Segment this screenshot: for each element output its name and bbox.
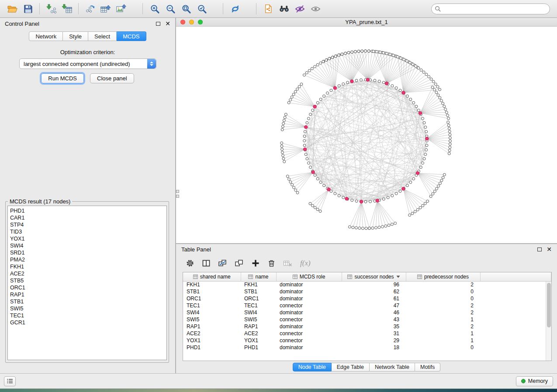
tab-mcds[interactable]: MCDS	[117, 31, 146, 41]
table-cell[interactable]: ACE2	[241, 330, 276, 337]
table-cell[interactable]: 0	[406, 295, 480, 302]
table-row[interactable]: SWI4SWI4dominator462	[183, 309, 551, 316]
table-scrollbar-thumb[interactable]	[547, 283, 551, 327]
table-cell[interactable]: 61	[342, 295, 406, 302]
table-cell[interactable]: connector	[276, 316, 342, 323]
table-cell[interactable]: 96	[342, 281, 406, 288]
open-icon[interactable]	[4, 2, 20, 16]
table-cell[interactable]	[480, 309, 551, 316]
maximize-window-icon[interactable]	[198, 20, 203, 24]
table-cell[interactable]: SWI4	[183, 309, 241, 316]
select-all-icon[interactable]	[218, 259, 227, 268]
list-item[interactable]: CAR1	[10, 214, 166, 221]
run-mcds-button[interactable]: Run MCDS	[41, 73, 84, 83]
close-panel-icon[interactable]: ✕	[165, 21, 170, 26]
search-input[interactable]	[431, 3, 550, 14]
minimize-window-icon[interactable]	[189, 20, 194, 24]
list-item[interactable]: ORC1	[10, 284, 166, 291]
export-network-icon[interactable]	[82, 2, 98, 16]
table-cell[interactable]: SWI4	[241, 309, 276, 316]
tab-motifs[interactable]: Motifs	[415, 363, 440, 371]
table-cell[interactable]: 2	[406, 281, 480, 288]
column-header-mcds-role[interactable]: MCDS role	[276, 272, 342, 281]
export-table-icon[interactable]	[98, 2, 114, 16]
table-cell[interactable]: ORC1	[183, 295, 241, 302]
import-table-icon[interactable]	[59, 2, 75, 16]
list-item[interactable]: GCR1	[10, 319, 166, 326]
table-scrollbar[interactable]	[546, 282, 551, 361]
table-row[interactable]: STB1STB1dominator620	[183, 288, 551, 295]
tab-edge-table[interactable]: Edge Table	[332, 363, 370, 371]
table-cell[interactable]	[480, 323, 551, 330]
column-header-name[interactable]: name	[241, 272, 276, 281]
table-cell[interactable]: FKH1	[241, 281, 276, 288]
list-item[interactable]: TEC1	[10, 312, 166, 319]
list-item[interactable]: ACE2	[10, 270, 166, 277]
table-cell[interactable]: SWI5	[241, 316, 276, 323]
list-item[interactable]: STB1	[10, 298, 166, 305]
table-cell[interactable]: dominator	[276, 295, 342, 302]
table-cell[interactable]: dominator	[276, 281, 342, 288]
table-cell[interactable]: PHD1	[241, 344, 276, 351]
zoom-fit-icon[interactable]	[178, 2, 194, 16]
table-cell[interactable]: 1	[406, 330, 480, 337]
clone-network-icon[interactable]	[260, 2, 276, 16]
float-panel-icon[interactable]	[156, 20, 160, 28]
float-panel-icon[interactable]	[537, 245, 542, 253]
refresh-icon[interactable]	[227, 2, 243, 16]
table-cell[interactable]: FKH1	[183, 281, 241, 288]
table-cell[interactable]: 2	[406, 302, 480, 309]
save-icon[interactable]	[20, 2, 36, 16]
tab-select[interactable]: Select	[88, 31, 117, 41]
table-cell[interactable]: TEC1	[183, 302, 241, 309]
table-row[interactable]: PHD1PHD1dominator180	[183, 344, 551, 351]
table-cell[interactable]: 0	[406, 344, 480, 351]
table-cell[interactable]: RAP1	[241, 323, 276, 330]
mcds-result-list[interactable]: PHD1CAR1STP4TID3YOX1SWI4SRD1PMA2FKH1ACE2…	[7, 206, 167, 360]
table-cell[interactable]: dominator	[276, 344, 342, 351]
close-window-icon[interactable]	[180, 20, 185, 24]
list-item[interactable]: STP4	[10, 221, 166, 228]
table-cell[interactable]: 0	[406, 288, 480, 295]
table-cell[interactable]: 29	[342, 337, 406, 344]
list-item[interactable]: FKH1	[10, 263, 166, 270]
tab-network[interactable]: Network	[29, 31, 63, 41]
export-image-icon[interactable]	[114, 2, 129, 16]
table-cell[interactable]: dominator	[276, 309, 342, 316]
show-columns-icon[interactable]	[202, 259, 211, 268]
list-item[interactable]: RAP1	[10, 291, 166, 298]
list-item[interactable]: YOX1	[10, 235, 166, 242]
zoom-out-icon[interactable]	[163, 2, 178, 16]
table-cell[interactable]: 46	[342, 309, 406, 316]
table-cell[interactable]: 18	[342, 344, 406, 351]
splitter-grip[interactable]	[176, 190, 180, 199]
table-cell[interactable]	[480, 295, 551, 302]
table-row[interactable]: RAP1RAP1dominator352	[183, 323, 551, 330]
network-canvas[interactable]	[176, 27, 557, 243]
table-cell[interactable]: RAP1	[183, 323, 241, 330]
table-cell[interactable]: 62	[342, 288, 406, 295]
table-cell[interactable]: SWI5	[183, 316, 241, 323]
table-cell[interactable]: 47	[342, 302, 406, 309]
list-item[interactable]: PHD1	[10, 207, 166, 214]
table-cell[interactable]: 43	[342, 316, 406, 323]
zoom-in-icon[interactable]	[147, 2, 163, 16]
table-cell[interactable]: 2	[406, 323, 480, 330]
table-cell[interactable]: connector	[276, 302, 342, 309]
table-cell[interactable]: dominator	[276, 323, 342, 330]
table-cell[interactable]: connector	[276, 330, 342, 337]
table-cell[interactable]	[480, 302, 551, 309]
close-panel-icon[interactable]: ✕	[547, 247, 552, 251]
table-cell[interactable]: ORC1	[241, 295, 276, 302]
table-cell[interactable]: 2	[406, 309, 480, 316]
table-cell[interactable]	[480, 288, 551, 295]
column-header-shared-name[interactable]: shared name	[183, 272, 241, 281]
table-cell[interactable]: YOX1	[241, 337, 276, 344]
list-item[interactable]: SWI5	[10, 305, 166, 312]
show-all-icon[interactable]	[308, 2, 323, 16]
network-canvas-svg[interactable]	[176, 27, 557, 243]
add-row-icon[interactable]	[251, 259, 260, 268]
table-row[interactable]: TEC1TEC1connector472	[183, 302, 551, 309]
table-cell[interactable]: TEC1	[241, 302, 276, 309]
tab-style[interactable]: Style	[63, 31, 88, 41]
